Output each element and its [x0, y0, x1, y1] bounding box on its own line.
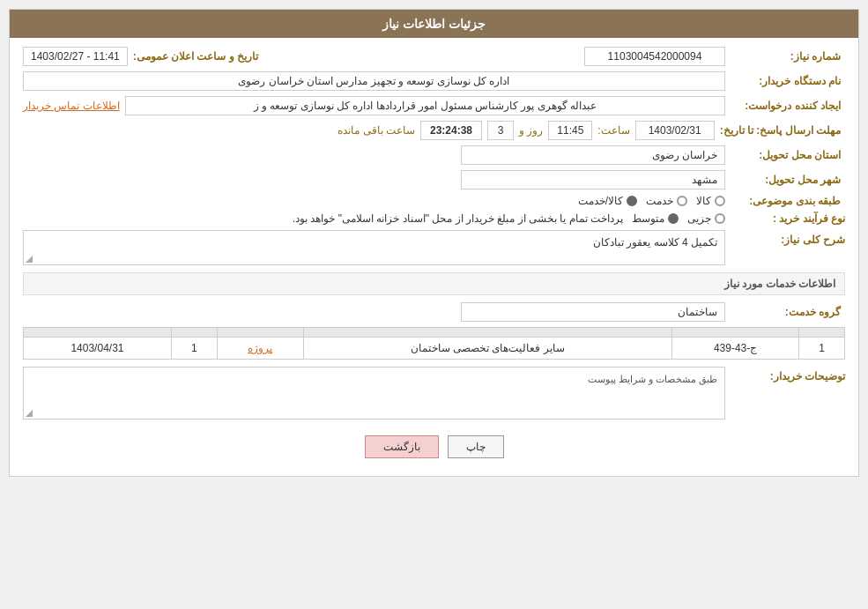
row-noe-farayand: نوع فرآیند خرید : جزیی متوسط پرداخت تمام… — [23, 212, 845, 225]
radio-kala-khedmat-item[interactable]: کالا/خدمت — [578, 195, 637, 207]
col-vahed — [217, 328, 303, 338]
col-tedad — [171, 328, 217, 338]
radio-jozei-label: جزیی — [687, 212, 711, 225]
mohlat-label: مهلت ارسال پاسخ: تا تاریخ: — [720, 124, 845, 137]
main-container: جزئیات اطلاعات نیاز شماره نیاز: 11030045… — [9, 9, 859, 477]
radio-jozei-item[interactable]: جزیی — [687, 212, 725, 225]
process-description: پرداخت تمام یا بخشی از مبلغ خریدار از مح… — [23, 212, 623, 225]
radio-kala-item[interactable]: کالا — [696, 195, 725, 207]
contact-link[interactable]: اطلاعات تماس خریدار — [23, 100, 120, 112]
radio-motavaset-circle — [668, 213, 679, 224]
table-cell: 1 — [171, 338, 217, 360]
page-title: جزئیات اطلاعات نیاز — [382, 17, 486, 31]
grohe-value: ساختمان — [461, 302, 725, 322]
radio-khedmat-label: خدمت — [646, 195, 673, 207]
services-table-wrapper: 1ج-43-439سایر فعالیت‌های تخصصی ساختمانپر… — [23, 327, 845, 360]
print-button[interactable]: چاپ — [448, 435, 504, 458]
col-radif — [799, 328, 845, 338]
ostan-value: خراسان رضوی — [461, 145, 725, 165]
row-grohe: گروه خدمت: ساختمان — [23, 302, 845, 322]
shahr-value: مشهد — [461, 170, 725, 189]
tarikh-aelan-value: 1403/02/27 - 11:41 — [23, 47, 128, 66]
radio-khedmat-item[interactable]: خدمت — [646, 195, 687, 207]
resize-corner-2-icon — [26, 410, 33, 417]
table-cell: ج-43-439 — [671, 338, 799, 360]
tawzih-box: طبق مشخصات و شرایط پیوست — [23, 367, 725, 420]
row-tawzih: توضیحات خریدار: طبق مشخصات و شرایط پیوست — [23, 367, 845, 420]
content-area: شماره نیاز: 1103004542000094 تاریخ و ساع… — [10, 38, 858, 476]
services-table: 1ج-43-439سایر فعالیت‌های تخصصی ساختمانپر… — [23, 327, 845, 360]
tawzih-value: طبق مشخصات و شرایط پیوست — [588, 374, 717, 384]
table-row: 1ج-43-439سایر فعالیت‌های تخصصی ساختمانپر… — [24, 338, 845, 360]
mohlat-roz: 3 — [487, 121, 514, 140]
ostan-label: استان محل تحویل: — [731, 149, 845, 161]
radio-kala-circle — [715, 196, 725, 206]
process-options: جزیی متوسط پرداخت تمام یا بخشی از مبلغ خ… — [23, 212, 725, 225]
back-button[interactable]: بازگشت — [365, 435, 439, 458]
row-shahr: شهر محل تحویل: مشهد — [23, 170, 845, 189]
baghi-mande-label: ساعت باقی مانده — [338, 124, 415, 137]
row-ostan: استان محل تحویل: خراسان رضوی — [23, 145, 845, 165]
services-title: اطلاعات خدمات مورد نیاز — [23, 272, 845, 295]
deadline-parts: 1403/02/31 ساعت: 11:45 روز و 3 23:24:38 … — [23, 121, 715, 140]
radio-kala-khedmat-label: کالا/خدمت — [578, 195, 623, 207]
table-cell[interactable]: پروژه — [217, 338, 303, 360]
col-nam-khedmat — [303, 328, 671, 338]
row-ijad-konande: ایجاد کننده درخواست: عبداله گوهری پور کا… — [23, 96, 845, 115]
countdown-box: 23:24:38 — [420, 121, 482, 140]
page-header: جزئیات اطلاعات نیاز — [10, 10, 858, 38]
radio-motavaset-item[interactable]: متوسط — [632, 212, 679, 225]
radio-khedmat-circle — [677, 196, 687, 206]
noe-farayand-label: نوع فرآیند خرید : — [731, 212, 845, 225]
tabaqebandi-label: طبقه بندی موضوعی: — [731, 195, 845, 207]
radio-jozei-circle — [715, 213, 725, 224]
sharh-value-box: تکمیل 4 کلاسه یعقور تبادکان — [23, 230, 725, 265]
roz-label: روز و — [519, 124, 543, 137]
tawzih-label: توضیحات خریدار: — [731, 367, 845, 382]
row-tabaqebandi: طبقه بندی موضوعی: کالا خدمت کالا/خدمت — [23, 195, 845, 207]
row-nam-dastgah: نام دستگاه خریدار: اداره کل نوسازی توسعه… — [23, 71, 845, 91]
grohe-label: گروه خدمت: — [731, 306, 845, 318]
col-kod-khedmat — [671, 328, 799, 338]
mohlat-saat: 11:45 — [548, 121, 592, 140]
saat-label: ساعت: — [597, 124, 629, 137]
table-cell: 1 — [799, 338, 845, 360]
tarikh-aelan-label: تاریخ و ساعت اعلان عمومی: — [133, 50, 263, 63]
col-tarikh: تاریخ و ساعت اعلان عمومی: 1403/02/27 - 1… — [23, 47, 430, 66]
shahr-label: شهر محل تحویل: — [731, 174, 845, 186]
sharh-value: تکمیل 4 کلاسه یعقور تبادکان — [593, 236, 717, 249]
table-cell: سایر فعالیت‌های تخصصی ساختمان — [303, 338, 671, 360]
mohlat-date: 1403/02/31 — [635, 121, 715, 140]
row-sharh: شرح کلی نیاز: تکمیل 4 کلاسه یعقور تبادکا… — [23, 230, 845, 265]
col-shomare: شماره نیاز: 1103004542000094 — [439, 47, 846, 66]
radio-kala-label: کالا — [696, 195, 711, 207]
nam-dastgah-value: اداره کل نوسازی توسعه و تجهیز مدارس استا… — [23, 71, 725, 91]
shomare-niaz-label: شماره نیاز: — [731, 50, 845, 63]
radio-motavaset-label: متوسط — [632, 212, 664, 225]
col-tarikh — [24, 328, 172, 338]
row-shomare-tarikh: شماره نیاز: 1103004542000094 تاریخ و ساع… — [23, 47, 845, 66]
ijad-konande-label: ایجاد کننده درخواست: — [731, 100, 845, 112]
row-mohlat: مهلت ارسال پاسخ: تا تاریخ: 1403/02/31 سا… — [23, 121, 845, 140]
resize-corner-icon — [26, 256, 33, 263]
sharh-label: شرح کلی نیاز: — [731, 230, 845, 246]
ijad-konande-value: عبداله گوهری پور کارشناس مسئول امور قرار… — [125, 96, 725, 115]
radio-kala-khedmat-circle — [627, 196, 637, 206]
table-cell: 1403/04/31 — [24, 338, 172, 360]
shomare-niaz-value: 1103004542000094 — [584, 47, 725, 66]
table-header-row — [24, 328, 845, 338]
tabaqebandi-radios: کالا خدمت کالا/خدمت — [578, 195, 725, 207]
nam-dastgah-label: نام دستگاه خریدار: — [731, 75, 845, 87]
page-wrapper: جزئیات اطلاعات نیاز شماره نیاز: 11030045… — [0, 0, 868, 609]
buttons-row: چاپ بازگشت — [23, 427, 845, 467]
